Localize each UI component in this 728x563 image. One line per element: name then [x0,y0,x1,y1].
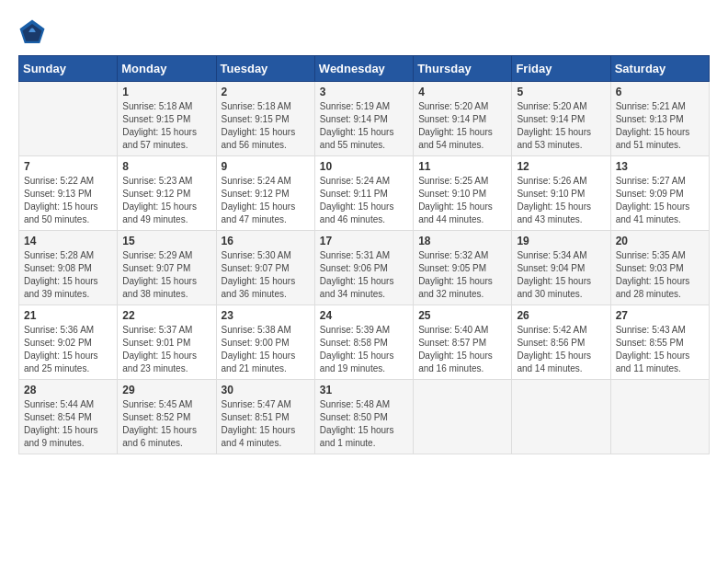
calendar-cell [19,82,118,156]
day-number: 15 [122,235,210,247]
day-header-tuesday: Tuesday [216,56,314,82]
day-number: 29 [122,384,210,396]
calendar-cell: 5Sunrise: 5:20 AM Sunset: 9:14 PM Daylig… [512,82,610,156]
calendar-week-row: 7Sunrise: 5:22 AM Sunset: 9:13 PM Daylig… [19,156,710,231]
day-header-saturday: Saturday [610,56,709,82]
day-info: Sunrise: 5:30 AM Sunset: 9:07 PM Dayligh… [222,249,310,301]
day-number: 20 [616,235,704,247]
day-header-friday: Friday [512,56,610,82]
day-number: 3 [320,86,408,98]
calendar-cell: 17Sunrise: 5:31 AM Sunset: 9:06 PM Dayli… [314,231,413,305]
calendar-cell: 16Sunrise: 5:30 AM Sunset: 9:07 PM Dayli… [216,231,314,305]
calendar-week-row: 21Sunrise: 5:36 AM Sunset: 9:02 PM Dayli… [19,305,710,380]
calendar-cell: 19Sunrise: 5:34 AM Sunset: 9:04 PM Dayli… [512,231,610,305]
day-number: 31 [320,384,408,396]
day-info: Sunrise: 5:25 AM Sunset: 9:10 PM Dayligh… [418,175,506,226]
day-info: Sunrise: 5:22 AM Sunset: 9:13 PM Dayligh… [24,175,112,226]
calendar-cell: 23Sunrise: 5:38 AM Sunset: 9:00 PM Dayli… [216,305,314,380]
calendar-cell: 11Sunrise: 5:25 AM Sunset: 9:10 PM Dayli… [414,156,512,231]
calendar-cell: 24Sunrise: 5:39 AM Sunset: 8:58 PM Dayli… [314,305,413,380]
day-number: 12 [517,160,605,173]
calendar-cell [414,380,512,454]
day-info: Sunrise: 5:36 AM Sunset: 9:02 PM Dayligh… [24,324,112,375]
calendar-cell: 1Sunrise: 5:18 AM Sunset: 9:15 PM Daylig… [118,82,216,156]
day-info: Sunrise: 5:32 AM Sunset: 9:05 PM Dayligh… [418,249,506,301]
day-number: 2 [222,86,310,98]
calendar-cell: 30Sunrise: 5:47 AM Sunset: 8:51 PM Dayli… [216,380,314,454]
day-number: 17 [320,235,408,247]
logo-icon [18,18,46,46]
calendar-cell: 27Sunrise: 5:43 AM Sunset: 8:55 PM Dayli… [610,305,709,380]
day-info: Sunrise: 5:38 AM Sunset: 9:00 PM Dayligh… [222,324,310,375]
day-info: Sunrise: 5:37 AM Sunset: 9:01 PM Dayligh… [122,324,210,375]
day-number: 10 [320,160,408,173]
calendar-cell: 21Sunrise: 5:36 AM Sunset: 9:02 PM Dayli… [19,305,118,380]
day-info: Sunrise: 5:21 AM Sunset: 9:13 PM Dayligh… [616,100,704,152]
day-info: Sunrise: 5:19 AM Sunset: 9:14 PM Dayligh… [320,100,408,152]
calendar-cell: 3Sunrise: 5:19 AM Sunset: 9:14 PM Daylig… [314,82,413,156]
calendar-header-row: SundayMondayTuesdayWednesdayThursdayFrid… [19,56,710,82]
day-number: 5 [517,86,605,98]
day-number: 8 [122,160,210,173]
day-number: 30 [222,384,310,396]
calendar-cell: 8Sunrise: 5:23 AM Sunset: 9:12 PM Daylig… [118,156,216,231]
day-header-sunday: Sunday [19,56,118,82]
calendar-week-row: 28Sunrise: 5:44 AM Sunset: 8:54 PM Dayli… [19,380,710,454]
day-info: Sunrise: 5:48 AM Sunset: 8:50 PM Dayligh… [320,398,408,450]
calendar-cell: 9Sunrise: 5:24 AM Sunset: 9:12 PM Daylig… [216,156,314,231]
day-info: Sunrise: 5:40 AM Sunset: 8:57 PM Dayligh… [418,324,506,375]
day-number: 21 [24,309,112,322]
calendar-cell: 26Sunrise: 5:42 AM Sunset: 8:56 PM Dayli… [512,305,610,380]
day-info: Sunrise: 5:35 AM Sunset: 9:03 PM Dayligh… [616,249,704,301]
day-info: Sunrise: 5:23 AM Sunset: 9:12 PM Dayligh… [122,175,210,226]
calendar-week-row: 1Sunrise: 5:18 AM Sunset: 9:15 PM Daylig… [19,82,710,156]
day-number: 16 [222,235,310,247]
calendar-table: SundayMondayTuesdayWednesdayThursdayFrid… [18,55,710,454]
day-number: 28 [24,384,112,396]
day-number: 25 [418,309,506,322]
day-info: Sunrise: 5:24 AM Sunset: 9:11 PM Dayligh… [320,175,408,226]
day-number: 13 [616,160,704,173]
calendar-cell: 22Sunrise: 5:37 AM Sunset: 9:01 PM Dayli… [118,305,216,380]
day-number: 24 [320,309,408,322]
day-header-monday: Monday [118,56,216,82]
day-info: Sunrise: 5:47 AM Sunset: 8:51 PM Dayligh… [222,398,310,450]
calendar-cell: 14Sunrise: 5:28 AM Sunset: 9:08 PM Dayli… [19,231,118,305]
calendar-cell: 6Sunrise: 5:21 AM Sunset: 9:13 PM Daylig… [610,82,709,156]
day-info: Sunrise: 5:42 AM Sunset: 8:56 PM Dayligh… [517,324,605,375]
day-info: Sunrise: 5:31 AM Sunset: 9:06 PM Dayligh… [320,249,408,301]
day-info: Sunrise: 5:18 AM Sunset: 9:15 PM Dayligh… [222,100,310,152]
day-info: Sunrise: 5:39 AM Sunset: 8:58 PM Dayligh… [320,324,408,375]
day-info: Sunrise: 5:18 AM Sunset: 9:15 PM Dayligh… [122,100,210,152]
page-header [18,18,710,46]
logo [18,18,50,46]
day-number: 9 [222,160,310,173]
day-number: 11 [418,160,506,173]
calendar-cell: 29Sunrise: 5:45 AM Sunset: 8:52 PM Dayli… [118,380,216,454]
day-info: Sunrise: 5:44 AM Sunset: 8:54 PM Dayligh… [24,398,112,450]
calendar-cell: 31Sunrise: 5:48 AM Sunset: 8:50 PM Dayli… [314,380,413,454]
day-number: 18 [418,235,506,247]
calendar-cell: 13Sunrise: 5:27 AM Sunset: 9:09 PM Dayli… [610,156,709,231]
calendar-cell: 15Sunrise: 5:29 AM Sunset: 9:07 PM Dayli… [118,231,216,305]
calendar-cell: 28Sunrise: 5:44 AM Sunset: 8:54 PM Dayli… [19,380,118,454]
day-info: Sunrise: 5:28 AM Sunset: 9:08 PM Dayligh… [24,249,112,301]
day-info: Sunrise: 5:24 AM Sunset: 9:12 PM Dayligh… [222,175,310,226]
day-number: 4 [418,86,506,98]
calendar-cell: 12Sunrise: 5:26 AM Sunset: 9:10 PM Dayli… [512,156,610,231]
day-header-thursday: Thursday [414,56,512,82]
calendar-cell [512,380,610,454]
day-number: 19 [517,235,605,247]
day-info: Sunrise: 5:27 AM Sunset: 9:09 PM Dayligh… [616,175,704,226]
day-info: Sunrise: 5:26 AM Sunset: 9:10 PM Dayligh… [517,175,605,226]
day-number: 22 [122,309,210,322]
calendar-cell: 2Sunrise: 5:18 AM Sunset: 9:15 PM Daylig… [216,82,314,156]
calendar-cell [610,380,709,454]
day-number: 7 [24,160,112,173]
calendar-cell: 18Sunrise: 5:32 AM Sunset: 9:05 PM Dayli… [414,231,512,305]
calendar-cell: 20Sunrise: 5:35 AM Sunset: 9:03 PM Dayli… [610,231,709,305]
day-info: Sunrise: 5:45 AM Sunset: 8:52 PM Dayligh… [122,398,210,450]
calendar-cell: 4Sunrise: 5:20 AM Sunset: 9:14 PM Daylig… [414,82,512,156]
day-info: Sunrise: 5:29 AM Sunset: 9:07 PM Dayligh… [122,249,210,301]
day-header-wednesday: Wednesday [314,56,413,82]
